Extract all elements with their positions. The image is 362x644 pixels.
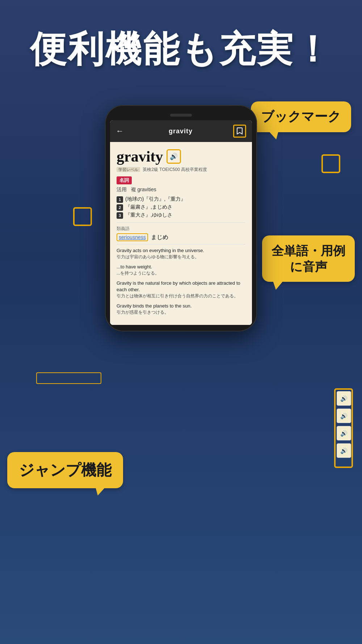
pos-badge: 名詞 [117, 176, 132, 184]
divider-2 [117, 244, 245, 244]
bookmark-highlight [321, 154, 340, 173]
word-audio-button[interactable]: 🔊 [167, 149, 181, 164]
example-1-en: Gravity acts on everything in the univer… [117, 247, 245, 254]
synonym-link[interactable]: seriousness [117, 233, 148, 241]
app-header: ← gravity [110, 120, 252, 142]
conjugation-label: 活用 [117, 187, 127, 192]
dictionary-content: gravity 🔊 学習レベル 英検2級 TOEIC500 高校卒業程度 名詞 … [110, 142, 252, 325]
word-title: gravity [117, 148, 163, 165]
synonym-row: seriousness まじめ [117, 233, 245, 241]
level-badge: 学習レベル [117, 167, 140, 172]
definition-item-3: 3 『重大さ』,ゆゆしさ [117, 212, 245, 219]
divider-1 [117, 222, 245, 223]
def-text-2: 『厳粛さ』,まじめさ [125, 204, 172, 211]
synonym-section-label: 類義語 [117, 226, 245, 232]
example-3-ja: 引力とは物体が相互に引き付け合う自然界の力のことである。 [117, 293, 245, 299]
conjugation-value: 複 gravities [131, 187, 156, 192]
example-3-en: Gravity is the natural force by which ob… [117, 280, 245, 293]
phone-body: ← gravity gravity 🔊 学習レベル 英検2 [105, 105, 257, 331]
def-text-1: (地球の)『引力』,『重力』 [125, 196, 186, 203]
back-button[interactable]: ← [116, 126, 124, 136]
audio-highlight [73, 207, 92, 226]
definition-item-2: 2 『厳粛さ』,まじめさ [117, 204, 245, 211]
phone-speaker [170, 114, 192, 117]
bookmark-button[interactable] [233, 125, 246, 138]
definition-item-1: 1 (地球の)『引力』,『重力』 [117, 196, 245, 203]
example-4-ja: 引力が惑星を引きつける。 [117, 309, 245, 315]
definition-list: 1 (地球の)『引力』,『重力』 2 『厳粛さ』,まじめさ 3 『重大さ』,ゆゆ… [117, 196, 245, 219]
hero-title: 便利機能も充実！ [0, 29, 362, 69]
example-2: ...to have weight. ...を持つようになる。 [117, 264, 245, 276]
jump-bubble: ジャンプ機能 [7, 452, 123, 488]
audio-bubble: 全単語・用例に音声 [262, 235, 355, 282]
example-3: Gravity is the natural force by which ob… [117, 280, 245, 299]
def-text-3: 『重大さ』,ゆゆしさ [125, 212, 172, 219]
example-4: Gravity binds the planets to the sun. 引力… [117, 303, 245, 315]
phone-device: ← gravity gravity 🔊 学習レベル 英検2 [105, 105, 257, 331]
app-screen: ← gravity gravity 🔊 学習レベル 英検2 [110, 120, 252, 325]
level-row: 学習レベル 英検2級 TOEIC500 高校卒業程度 [117, 167, 245, 173]
example-4-en: Gravity binds the planets to the sun. [117, 303, 245, 309]
word-title-row: gravity 🔊 [117, 148, 245, 165]
audio-strip: 🔊 🔊 🔊 🔊 [337, 391, 351, 458]
header-title: gravity [128, 127, 233, 135]
example-audio-btn-2[interactable]: 🔊 [337, 409, 351, 423]
example-2-en: ...to have weight. [117, 264, 245, 270]
example-2-ja: ...を持つようになる。 [117, 270, 245, 276]
example-1: Gravity acts on everything in the univer… [117, 247, 245, 260]
seriousness-highlight [36, 372, 101, 384]
example-audio-btn-3[interactable]: 🔊 [337, 426, 351, 440]
hero-section: 便利機能も充実！ [0, 0, 362, 83]
example-1-ja: 引力は宇宙のあらゆる物に影響を与える。 [117, 254, 245, 260]
conjugation-row: 活用 複 gravities [117, 187, 245, 193]
example-audio-btn-1[interactable]: 🔊 [337, 391, 351, 406]
level-detail: 英検2級 TOEIC500 高校卒業程度 [143, 167, 207, 172]
example-audio-btn-4[interactable]: 🔊 [337, 443, 351, 458]
synonym-reading: まじめ [151, 234, 168, 241]
bookmark-bubble: ブックマーク [251, 101, 351, 132]
